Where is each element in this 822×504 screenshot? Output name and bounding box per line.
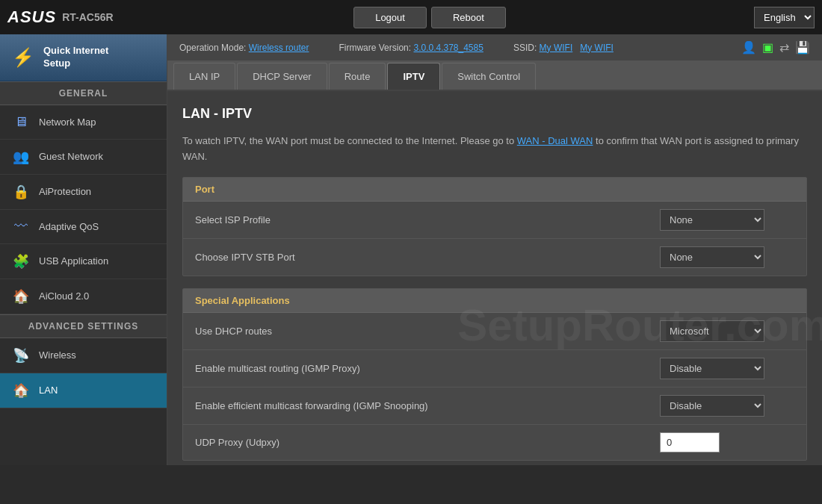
sidebar-item-label-guest-network: Guest Network bbox=[39, 151, 103, 162]
igmp-proxy-select[interactable]: Disable Enable bbox=[660, 358, 764, 379]
firmware-info: Firmware Version: 3.0.0.4.378_4585 bbox=[339, 43, 483, 53]
guest-network-icon: 👥 bbox=[12, 149, 30, 165]
network-map-icon: 🖥 bbox=[12, 114, 30, 130]
dhcp-routes-control: Microsoft No Yes bbox=[660, 320, 794, 342]
general-section-header: General bbox=[0, 81, 167, 105]
asus-logo: ASUS bbox=[7, 7, 56, 27]
tabs-bar: LAN IP DHCP Server Route IPTV Switch Con… bbox=[167, 61, 822, 91]
special-section-header: Special Applications bbox=[183, 289, 806, 313]
sidebar-item-label-wireless: Wireless bbox=[39, 349, 76, 361]
op-mode-label: Operation Mode: bbox=[179, 43, 246, 53]
sidebar-item-label-aicloud: AiCloud 2.0 bbox=[39, 290, 89, 302]
tab-lan-ip[interactable]: LAN IP bbox=[173, 63, 235, 90]
operation-mode-link[interactable]: Wireless router bbox=[249, 43, 309, 53]
sidebar-item-guest-network[interactable]: 👥 Guest Network bbox=[0, 140, 167, 175]
aiprotection-icon: 🔒 bbox=[12, 184, 30, 200]
igmp-snooping-select[interactable]: Disable Enable bbox=[660, 395, 764, 417]
quick-setup-icon: ⚡ bbox=[12, 47, 34, 68]
reboot-button[interactable]: Reboot bbox=[431, 7, 506, 28]
dhcp-routes-row: Use DHCP routes Microsoft No Yes bbox=[183, 313, 806, 350]
sidebar-item-adaptive-qos[interactable]: 〰 Adaptive QoS bbox=[0, 210, 167, 244]
main-layout: ⚡ Quick InternetSetup General 🖥 Network … bbox=[0, 34, 822, 465]
header-icons: 👤 ▣ ⇄ 💾 bbox=[741, 40, 810, 55]
special-section: Special Applications Use DHCP routes Mic… bbox=[182, 288, 807, 461]
logout-button[interactable]: Logout bbox=[353, 7, 427, 28]
port-section: Port Select ISP Profile None Israel HOT … bbox=[182, 177, 807, 276]
tab-iptv[interactable]: IPTV bbox=[387, 63, 440, 90]
language-select[interactable]: English bbox=[754, 7, 815, 28]
sidebar-item-label-usb-application: USB Application bbox=[39, 255, 108, 267]
sidebar-item-network-map[interactable]: 🖥 Network Map bbox=[0, 105, 167, 140]
tab-switch-control[interactable]: Switch Control bbox=[442, 63, 536, 90]
tab-route[interactable]: Route bbox=[329, 63, 386, 90]
top-bar: ASUS RT-AC56R Logout Reboot English bbox=[0, 0, 822, 34]
router-model: RT-AC56R bbox=[62, 11, 113, 23]
content-info-bar: Operation Mode: Wireless router Firmware… bbox=[167, 34, 822, 61]
stb-port-select[interactable]: None LAN1 LAN2 LAN3 LAN4 bbox=[660, 246, 764, 268]
dhcp-routes-select[interactable]: Microsoft No Yes bbox=[660, 320, 764, 342]
udp-proxy-row: UDP Proxy (Udpxy) bbox=[183, 425, 806, 460]
firmware-label: Firmware Version: bbox=[339, 43, 411, 53]
network-status-icon: ▣ bbox=[762, 40, 773, 55]
top-buttons: Logout Reboot bbox=[179, 7, 680, 28]
udp-proxy-label: UDP Proxy (Udpxy) bbox=[195, 437, 660, 448]
description-text: To watch IPTV, the WAN port must be conn… bbox=[182, 134, 807, 165]
stb-port-control: None LAN1 LAN2 LAN3 LAN4 bbox=[660, 246, 794, 268]
lan-icon: 🏠 bbox=[12, 382, 30, 399]
stb-port-label: Choose IPTV STB Port bbox=[195, 252, 660, 263]
sidebar-item-wireless[interactable]: 📡 Wireless bbox=[0, 338, 167, 373]
ssid-info: SSID: My WIFI My WIFI bbox=[513, 43, 614, 53]
sidebar-item-aiprotection[interactable]: 🔒 AiProtection bbox=[0, 175, 167, 210]
sidebar-item-usb-application[interactable]: 🧩 USB Application bbox=[0, 244, 167, 279]
stb-port-row: Choose IPTV STB Port None LAN1 LAN2 LAN3… bbox=[183, 239, 806, 276]
port-section-header: Port bbox=[183, 178, 806, 202]
content-area: Operation Mode: Wireless router Firmware… bbox=[167, 34, 822, 465]
igmp-proxy-row: Enable multicast routing (IGMP Proxy) Di… bbox=[183, 350, 806, 388]
isp-profile-row: Select ISP Profile None Israel HOT Israe… bbox=[183, 202, 806, 239]
igmp-proxy-label: Enable multicast routing (IGMP Proxy) bbox=[195, 363, 660, 374]
adaptive-qos-icon: 〰 bbox=[12, 219, 30, 234]
udp-proxy-input[interactable] bbox=[660, 432, 720, 452]
logo-area: ASUS RT-AC56R bbox=[7, 7, 179, 27]
sidebar: ⚡ Quick InternetSetup General 🖥 Network … bbox=[0, 34, 167, 465]
igmp-snooping-control: Disable Enable bbox=[660, 395, 794, 417]
quick-setup-label: Quick InternetSetup bbox=[43, 45, 108, 70]
aicloud-icon: 🏠 bbox=[12, 288, 30, 305]
igmp-proxy-control: Disable Enable bbox=[660, 358, 794, 379]
sidebar-item-label-aiprotection: AiProtection bbox=[39, 186, 91, 197]
page-content: LAN - IPTV To watch IPTV, the WAN port m… bbox=[167, 91, 822, 465]
firmware-version-link[interactable]: 3.0.0.4.378_4585 bbox=[413, 43, 483, 53]
usb-application-icon: 🧩 bbox=[12, 253, 30, 270]
wan-dual-wan-link[interactable]: WAN - Dual WAN bbox=[517, 135, 593, 146]
ssid-value2[interactable]: My WIFI bbox=[580, 43, 614, 53]
ssid-label: SSID: bbox=[513, 43, 537, 53]
dhcp-routes-label: Use DHCP routes bbox=[195, 326, 660, 337]
content-wrapper: SetupRouter.com LAN - IPTV To watch IPTV… bbox=[167, 91, 822, 465]
top-right: English bbox=[680, 7, 815, 28]
isp-profile-label: Select ISP Profile bbox=[195, 214, 660, 225]
ssid-value1[interactable]: My WIFI bbox=[540, 43, 573, 53]
quick-internet-setup[interactable]: ⚡ Quick InternetSetup bbox=[0, 34, 167, 81]
wireless-icon: 📡 bbox=[12, 347, 30, 364]
sidebar-item-label-network-map: Network Map bbox=[39, 116, 96, 128]
tab-dhcp-server[interactable]: DHCP Server bbox=[237, 63, 327, 90]
igmp-snooping-label: Enable efficient multicast forwarding (I… bbox=[195, 400, 660, 411]
save-icon[interactable]: 💾 bbox=[795, 40, 810, 55]
isp-profile-select[interactable]: None Israel HOT Israel Bezeq Russia IPTV… bbox=[660, 209, 764, 231]
igmp-snooping-row: Enable efficient multicast forwarding (I… bbox=[183, 388, 806, 425]
refresh-icon[interactable]: ⇄ bbox=[779, 40, 789, 55]
sidebar-item-label-adaptive-qos: Adaptive QoS bbox=[39, 221, 99, 232]
udp-proxy-control bbox=[660, 432, 794, 452]
advanced-section-header: Advanced Settings bbox=[0, 314, 167, 338]
users-icon: 👤 bbox=[741, 40, 756, 55]
operation-mode-info: Operation Mode: Wireless router bbox=[179, 43, 309, 53]
page-title: LAN - IPTV bbox=[182, 106, 807, 122]
sidebar-item-lan[interactable]: 🏠 LAN bbox=[0, 373, 167, 408]
isp-profile-control: None Israel HOT Israel Bezeq Russia IPTV… bbox=[660, 209, 794, 231]
sidebar-item-aicloud[interactable]: 🏠 AiCloud 2.0 bbox=[0, 279, 167, 314]
sidebar-item-label-lan: LAN bbox=[39, 385, 58, 396]
